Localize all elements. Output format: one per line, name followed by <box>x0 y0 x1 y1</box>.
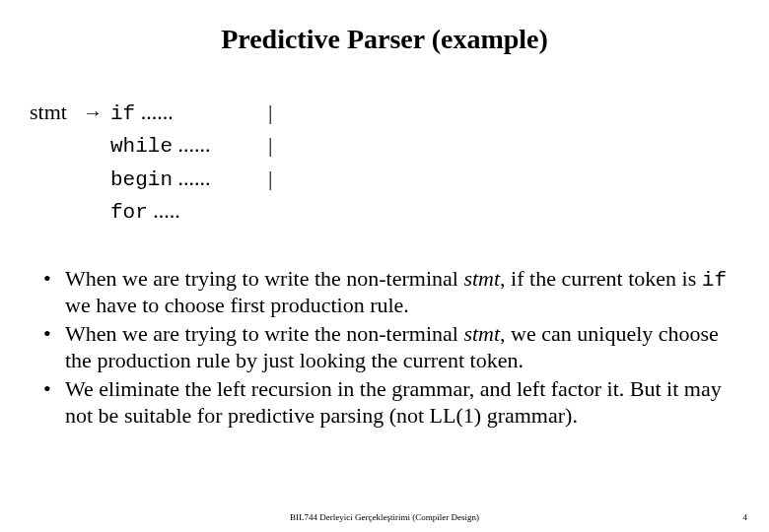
page-title: Predictive Parser (example) <box>28 24 741 55</box>
alt-bar: | <box>268 129 272 161</box>
footer-text: BIL744 Derleyici Gerçekleştirimi (Compil… <box>0 512 769 522</box>
grammar-row: begin ...... | <box>110 163 741 195</box>
bullet-text: When we are trying to write the non-term… <box>65 321 463 346</box>
production-body: if ...... <box>110 97 268 129</box>
bullet-text: , if the current token is <box>500 266 702 291</box>
grammar-row: for ..... <box>110 195 741 228</box>
nonterminal-stmt: stmt <box>463 266 500 291</box>
bullet-list: When we are trying to write the non-term… <box>39 266 741 430</box>
nonterminal-stmt: stmt <box>463 321 500 346</box>
grammar-lhs: stmt <box>30 97 83 128</box>
alt-bar: | <box>268 163 272 194</box>
keyword-begin: begin <box>110 168 173 191</box>
grammar-row: while ...... | <box>110 129 741 162</box>
bullet-text: When we are trying to write the non-term… <box>65 266 463 291</box>
production-body: begin ...... <box>110 163 268 195</box>
dots: ...... <box>173 166 211 190</box>
list-item: We eliminate the left recursion in the g… <box>39 376 741 430</box>
dots: ..... <box>148 198 180 223</box>
keyword-while: while <box>110 135 173 158</box>
keyword-for: for <box>110 201 148 224</box>
production-body: while ...... <box>110 129 268 162</box>
page-number: 4 <box>743 512 748 522</box>
bullet-text: we have to choose first production rule. <box>65 293 409 317</box>
arrow-icon: → <box>83 99 110 127</box>
list-item: When we are trying to write the non-term… <box>39 321 741 374</box>
dots: ...... <box>173 132 211 157</box>
alt-bar: | <box>268 97 272 128</box>
list-item: When we are trying to write the non-term… <box>39 266 741 319</box>
keyword-if: if <box>110 102 135 125</box>
grammar-block: stmt → if ...... | while ...... | begin … <box>30 97 741 229</box>
dots: ...... <box>135 100 174 124</box>
token-if: if <box>702 269 727 292</box>
bullet-text: We eliminate the left recursion in the g… <box>65 376 722 428</box>
production-body: for ..... <box>110 195 268 228</box>
grammar-row: stmt → if ...... | <box>30 97 741 129</box>
